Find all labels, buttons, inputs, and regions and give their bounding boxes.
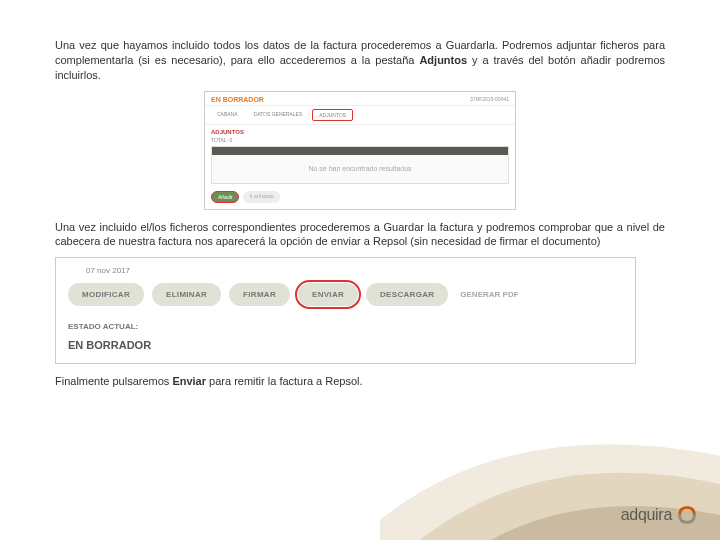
firmar-button[interactable]: FIRMAR bbox=[229, 283, 290, 306]
brand-icon bbox=[676, 504, 698, 526]
tab-datos[interactable]: DATOS GENERALES bbox=[248, 109, 309, 121]
intro-paragraph: Una vez que hayamos incluido todos los d… bbox=[55, 38, 665, 83]
total-count: TOTAL: 0 bbox=[205, 137, 515, 143]
back-button[interactable]: Ir al listado bbox=[243, 191, 279, 203]
descargar-button[interactable]: DESCARGAR bbox=[366, 283, 448, 306]
status-badge: EN BORRADOR bbox=[211, 96, 264, 103]
tabs-row: CABANA DATOS GENERALES ADJUNTOS bbox=[205, 106, 515, 125]
bold-adjuntos: Adjuntos bbox=[419, 54, 467, 66]
eliminar-button[interactable]: ELIMINAR bbox=[152, 283, 221, 306]
brand-logo: adquira bbox=[621, 504, 698, 526]
section-title: ADJUNTOS bbox=[205, 125, 515, 137]
final-paragraph: Finalmente pulsaremos Enviar para remiti… bbox=[55, 374, 665, 389]
enviar-button[interactable]: ENVIAR bbox=[298, 283, 358, 306]
ref-text: 37RF2015-00041 bbox=[470, 96, 509, 102]
brand-text: adquira bbox=[621, 506, 672, 524]
modificar-button[interactable]: MODIFICAR bbox=[68, 283, 144, 306]
date-text: 07 nov 2017 bbox=[86, 266, 623, 275]
action-buttons-row: MODIFICAR ELIMINAR FIRMAR ENVIAR DESCARG… bbox=[68, 283, 623, 306]
empty-message: No se han encontrado resultados bbox=[212, 155, 508, 183]
add-button[interactable]: Añadir bbox=[211, 191, 239, 203]
text: Finalmente pulsaremos bbox=[55, 375, 172, 387]
tab-adjuntos[interactable]: ADJUNTOS bbox=[312, 109, 353, 121]
tab-cabana[interactable]: CABANA bbox=[211, 109, 244, 121]
attachments-table: No se han encontrado resultados bbox=[211, 146, 509, 184]
screenshot-adjuntos: EN BORRADOR 37RF2015-00041 CABANA DATOS … bbox=[204, 91, 516, 210]
generar-pdf-link[interactable]: GENERAR PDF bbox=[460, 290, 518, 299]
estado-label: ESTADO ACTUAL: bbox=[68, 322, 623, 331]
text: para remitir la factura a Repsol. bbox=[206, 375, 363, 387]
bold-enviar: Enviar bbox=[172, 375, 206, 387]
table-header bbox=[212, 147, 508, 155]
screenshot-header-actions: 07 nov 2017 MODIFICAR ELIMINAR FIRMAR EN… bbox=[55, 257, 636, 364]
middle-paragraph: Una vez incluido el/los ficheros corresp… bbox=[55, 220, 665, 250]
estado-value: EN BORRADOR bbox=[68, 339, 623, 351]
